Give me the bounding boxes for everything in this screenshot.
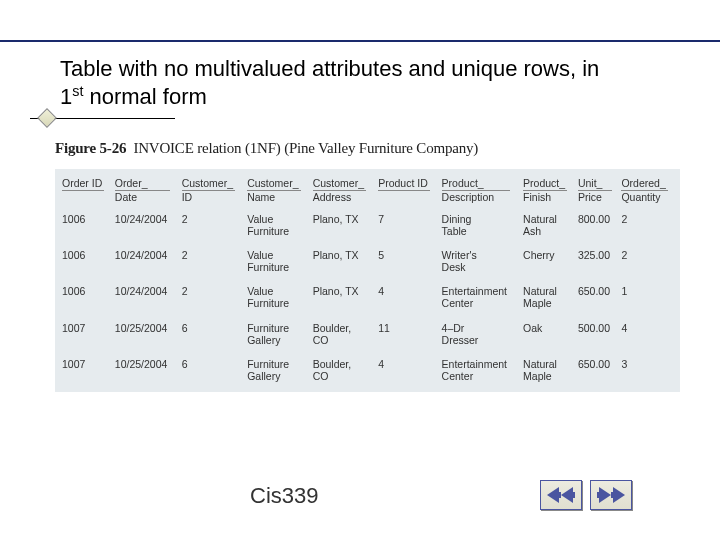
table-row: 100610/24/20042ValueFurniturePlano, TX4E…: [59, 279, 676, 315]
table-cell: Oak: [520, 316, 575, 352]
table-row: 100610/24/20042ValueFurniturePlano, TX7D…: [59, 207, 676, 243]
table-cell: 6: [179, 316, 244, 352]
table-cell: Plano, TX: [310, 207, 375, 243]
hdr2: ID: [182, 191, 193, 203]
table-cell: 10/25/2004: [112, 352, 179, 388]
table-cell: 1006: [59, 207, 112, 243]
figure-caption: Figure 5-26 INVOICE relation (1NF) (Pine…: [55, 140, 680, 157]
table-row: 100710/25/20046FurnitureGalleryBoulder,C…: [59, 316, 676, 352]
title-line2-rest: normal form: [83, 84, 206, 109]
table-cell: 1: [618, 279, 676, 315]
hdr2: Quantity: [621, 191, 660, 203]
table-row: 100610/24/20042ValueFurniturePlano, TX5W…: [59, 243, 676, 279]
hdr: Customer_: [247, 177, 298, 189]
title-line1: Table with no multivalued attributes and…: [60, 56, 599, 81]
table-cell: ValueFurniture: [244, 243, 309, 279]
table-cell: 1006: [59, 279, 112, 315]
table-cell: ValueFurniture: [244, 207, 309, 243]
table-cell: 1006: [59, 243, 112, 279]
table-cell: 650.00: [575, 352, 619, 388]
table-cell: Boulder,CO: [310, 316, 375, 352]
hdr: Product_: [523, 177, 565, 189]
table-cell: 800.00: [575, 207, 619, 243]
table-cell: 4: [618, 316, 676, 352]
prev-button[interactable]: [540, 480, 582, 510]
col-customer-address: Customer_Address: [310, 175, 375, 207]
table-cell: Plano, TX: [310, 243, 375, 279]
table-cell: 4: [375, 279, 438, 315]
table-cell: 1007: [59, 316, 112, 352]
svg-marker-3: [611, 487, 625, 503]
table-cell: NaturalMaple: [520, 352, 575, 388]
figure-desc: INVOICE relation (1NF) (Pine Valley Furn…: [133, 140, 478, 156]
col-product-id: Product ID: [375, 175, 438, 207]
hdr: Customer_: [313, 177, 364, 189]
hdr2: Finish: [523, 191, 551, 203]
hdr2: Date: [115, 191, 137, 203]
table-cell: 4–DrDresser: [439, 316, 520, 352]
slide-title: Table with no multivalued attributes and…: [60, 55, 680, 110]
hdr2: Description: [442, 191, 495, 203]
table-cell: 650.00: [575, 279, 619, 315]
table-cell: 325.00: [575, 243, 619, 279]
table-cell: 2: [179, 207, 244, 243]
table-cell: 500.00: [575, 316, 619, 352]
col-ordered-quantity: Ordered_Quantity: [618, 175, 676, 207]
hdr: Product_: [442, 177, 484, 189]
hdr: Unit_: [578, 177, 603, 189]
table-cell: ValueFurniture: [244, 279, 309, 315]
col-customer-name: Customer_Name: [244, 175, 309, 207]
table-cell: 5: [375, 243, 438, 279]
hdr: Product ID: [378, 177, 428, 189]
table-cell: FurnitureGallery: [244, 352, 309, 388]
next-icon: [597, 487, 625, 503]
hdr2: Price: [578, 191, 602, 203]
table-cell: EntertainmentCenter: [439, 352, 520, 388]
table-cell: Cherry: [520, 243, 575, 279]
svg-marker-1: [561, 487, 575, 503]
table-body: 100610/24/20042ValueFurniturePlano, TX7D…: [59, 207, 676, 388]
next-button[interactable]: [590, 480, 632, 510]
table-cell: Writer'sDesk: [439, 243, 520, 279]
table-header-row: Order ID Order_Date Customer_ID Customer…: [59, 175, 676, 207]
hdr: Order ID: [62, 177, 102, 189]
table-cell: 2: [618, 207, 676, 243]
col-customer-id: Customer_ID: [179, 175, 244, 207]
table-cell: 3: [618, 352, 676, 388]
table-row: 100710/25/20046FurnitureGalleryBoulder,C…: [59, 352, 676, 388]
table-cell: 6: [179, 352, 244, 388]
table-cell: 11: [375, 316, 438, 352]
table-cell: 7: [375, 207, 438, 243]
col-order-id: Order ID: [59, 175, 112, 207]
hdr2: Address: [313, 191, 352, 203]
table-cell: 10/25/2004: [112, 316, 179, 352]
table-cell: 2: [179, 243, 244, 279]
figure-label: Figure 5-26: [55, 140, 126, 156]
table-cell: 10/24/2004: [112, 279, 179, 315]
table-cell: NaturalMaple: [520, 279, 575, 315]
col-product-finish: Product_Finish: [520, 175, 575, 207]
table-cell: EntertainmentCenter: [439, 279, 520, 315]
table-cell: DiningTable: [439, 207, 520, 243]
hdr: Ordered_: [621, 177, 665, 189]
figure-block: Figure 5-26 INVOICE relation (1NF) (Pine…: [55, 140, 680, 392]
table-header: Order ID Order_Date Customer_ID Customer…: [59, 175, 676, 207]
table-cell: 10/24/2004: [112, 243, 179, 279]
table-cell: 2: [179, 279, 244, 315]
prev-icon: [547, 487, 575, 503]
table-cell: 4: [375, 352, 438, 388]
hdr: Order_: [115, 177, 148, 189]
table-cell: 10/24/2004: [112, 207, 179, 243]
hdr: Customer_: [182, 177, 233, 189]
table-cell: Boulder,CO: [310, 352, 375, 388]
table-area: Order ID Order_Date Customer_ID Customer…: [55, 169, 680, 392]
title-line2-num: 1: [60, 84, 72, 109]
top-rule: [0, 40, 720, 42]
table-cell: NaturalAsh: [520, 207, 575, 243]
col-unit-price: Unit_Price: [575, 175, 619, 207]
col-product-description: Product_Description: [439, 175, 520, 207]
table-cell: 1007: [59, 352, 112, 388]
svg-marker-2: [597, 487, 611, 503]
title-line2-sup: st: [72, 83, 83, 99]
diamond-ornament: [37, 108, 57, 128]
